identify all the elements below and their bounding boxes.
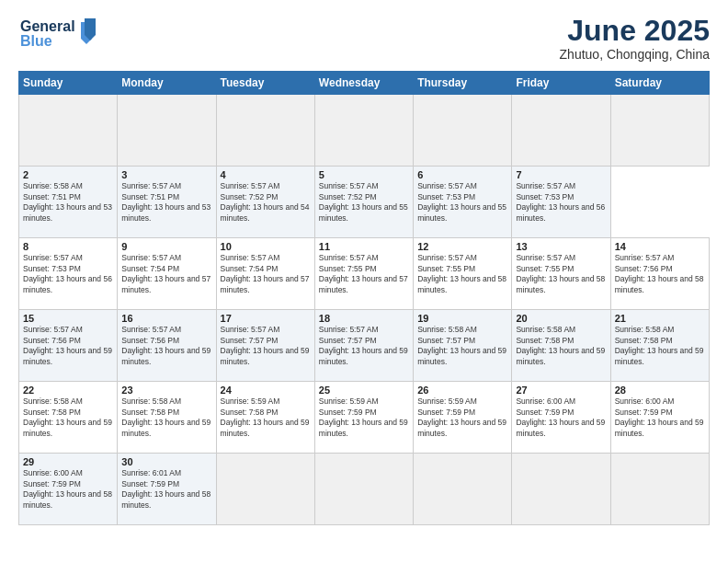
page: General Blue June 2025 Zhutuo, Chongqing… — [0, 0, 728, 563]
day-number: 4 — [221, 169, 311, 180]
day-info: Sunrise: 6:00 AMSunset: 7:59 PMDaylight:… — [516, 396, 605, 437]
day-info: Sunrise: 5:58 AMSunset: 7:58 PMDaylight:… — [121, 396, 210, 437]
calendar-cell: 28Sunrise: 6:00 AMSunset: 7:59 PMDayligh… — [610, 382, 709, 454]
table-row: 29Sunrise: 6:00 AMSunset: 7:59 PMDayligh… — [19, 454, 710, 525]
calendar-cell: 10Sunrise: 5:57 AMSunset: 7:54 PMDayligh… — [216, 238, 314, 310]
day-info: Sunrise: 5:59 AMSunset: 7:59 PMDaylight:… — [319, 396, 408, 437]
calendar-cell — [19, 95, 118, 167]
day-info: Sunrise: 5:58 AMSunset: 7:58 PMDaylight:… — [615, 325, 704, 365]
calendar-cell — [610, 454, 709, 525]
logo: General Blue — [18, 15, 101, 59]
day-info: Sunrise: 5:57 AMSunset: 7:57 PMDaylight:… — [221, 325, 310, 365]
day-info: Sunrise: 6:01 AMSunset: 7:59 PMDaylight:… — [121, 468, 210, 509]
calendar-cell: 16Sunrise: 5:57 AMSunset: 7:56 PMDayligh… — [118, 310, 216, 382]
svg-text:Blue: Blue — [20, 33, 52, 49]
calendar-cell — [314, 454, 413, 525]
table-row: 15Sunrise: 5:57 AMSunset: 7:56 PMDayligh… — [19, 310, 710, 382]
calendar-cell — [216, 454, 314, 525]
day-number: 24 — [221, 385, 311, 396]
col-saturday: Saturday — [610, 72, 709, 95]
calendar-cell: 2Sunrise: 5:58 AMSunset: 7:51 PMDaylight… — [19, 167, 118, 238]
day-info: Sunrise: 6:00 AMSunset: 7:59 PMDaylight:… — [615, 396, 704, 437]
day-info: Sunrise: 5:58 AMSunset: 7:57 PMDaylight:… — [417, 325, 506, 365]
day-info: Sunrise: 5:57 AMSunset: 7:55 PMDaylight:… — [516, 253, 605, 293]
svg-text:General: General — [20, 18, 75, 34]
day-info: Sunrise: 5:57 AMSunset: 7:53 PMDaylight:… — [516, 181, 605, 222]
col-tuesday: Tuesday — [216, 72, 314, 95]
calendar-cell: 23Sunrise: 5:58 AMSunset: 7:58 PMDayligh… — [118, 382, 216, 454]
day-number: 10 — [221, 241, 311, 252]
day-info: Sunrise: 5:59 AMSunset: 7:58 PMDaylight:… — [221, 396, 310, 437]
day-number: 23 — [121, 385, 211, 396]
calendar-cell — [414, 95, 512, 167]
calendar-cell: 11Sunrise: 5:57 AMSunset: 7:55 PMDayligh… — [314, 238, 413, 310]
day-number: 25 — [319, 385, 409, 396]
calendar-cell: 27Sunrise: 6:00 AMSunset: 7:59 PMDayligh… — [512, 382, 610, 454]
day-info: Sunrise: 5:58 AMSunset: 7:51 PMDaylight:… — [23, 181, 112, 222]
calendar-cell: 24Sunrise: 5:59 AMSunset: 7:58 PMDayligh… — [216, 382, 314, 454]
calendar-cell: 7Sunrise: 5:57 AMSunset: 7:53 PMDaylight… — [512, 167, 610, 238]
day-number: 5 — [319, 169, 409, 180]
table-row: 2Sunrise: 5:58 AMSunset: 7:51 PMDaylight… — [19, 167, 710, 238]
day-info: Sunrise: 5:59 AMSunset: 7:59 PMDaylight:… — [417, 396, 506, 437]
calendar-cell — [216, 95, 314, 167]
day-number: 20 — [516, 313, 606, 324]
day-number: 7 — [516, 169, 606, 180]
col-friday: Friday — [512, 72, 610, 95]
day-info: Sunrise: 6:00 AMSunset: 7:59 PMDaylight:… — [23, 468, 112, 509]
calendar-table: Sunday Monday Tuesday Wednesday Thursday… — [18, 71, 710, 525]
calendar-cell: 4Sunrise: 5:57 AMSunset: 7:52 PMDaylight… — [216, 167, 314, 238]
calendar-cell: 15Sunrise: 5:57 AMSunset: 7:56 PMDayligh… — [19, 310, 118, 382]
day-info: Sunrise: 5:57 AMSunset: 7:57 PMDaylight:… — [319, 325, 408, 365]
day-info: Sunrise: 5:57 AMSunset: 7:54 PMDaylight:… — [121, 253, 210, 293]
day-number: 12 — [417, 241, 507, 252]
day-number: 29 — [23, 456, 113, 467]
calendar-cell: 30Sunrise: 6:01 AMSunset: 7:59 PMDayligh… — [118, 454, 216, 525]
calendar-cell — [314, 95, 413, 167]
calendar-cell: 3Sunrise: 5:57 AMSunset: 7:51 PMDaylight… — [118, 167, 216, 238]
calendar-title: June 2025 — [560, 15, 710, 47]
table-row — [19, 95, 710, 167]
day-info: Sunrise: 5:57 AMSunset: 7:56 PMDaylight:… — [23, 325, 112, 365]
day-number: 2 — [23, 169, 113, 180]
table-row: 8Sunrise: 5:57 AMSunset: 7:53 PMDaylight… — [19, 238, 710, 310]
calendar-cell: 5Sunrise: 5:57 AMSunset: 7:52 PMDaylight… — [314, 167, 413, 238]
calendar-cell: 14Sunrise: 5:57 AMSunset: 7:56 PMDayligh… — [610, 238, 709, 310]
table-row: 22Sunrise: 5:58 AMSunset: 7:58 PMDayligh… — [19, 382, 710, 454]
day-number: 13 — [516, 241, 606, 252]
day-number: 9 — [121, 241, 211, 252]
calendar-cell — [414, 454, 512, 525]
calendar-cell: 21Sunrise: 5:58 AMSunset: 7:58 PMDayligh… — [610, 310, 709, 382]
col-sunday: Sunday — [19, 72, 118, 95]
day-number: 8 — [23, 241, 113, 252]
day-info: Sunrise: 5:57 AMSunset: 7:55 PMDaylight:… — [319, 253, 408, 293]
day-number: 18 — [319, 313, 409, 324]
header-row: Sunday Monday Tuesday Wednesday Thursday… — [19, 72, 710, 95]
day-info: Sunrise: 5:57 AMSunset: 7:55 PMDaylight:… — [417, 253, 506, 293]
day-info: Sunrise: 5:57 AMSunset: 7:52 PMDaylight:… — [221, 181, 310, 222]
calendar-cell: 17Sunrise: 5:57 AMSunset: 7:57 PMDayligh… — [216, 310, 314, 382]
day-number: 27 — [516, 385, 606, 396]
day-info: Sunrise: 5:58 AMSunset: 7:58 PMDaylight:… — [516, 325, 605, 365]
calendar-cell: 29Sunrise: 6:00 AMSunset: 7:59 PMDayligh… — [19, 454, 118, 525]
day-number: 17 — [221, 313, 311, 324]
calendar-cell: 13Sunrise: 5:57 AMSunset: 7:55 PMDayligh… — [512, 238, 610, 310]
day-info: Sunrise: 5:57 AMSunset: 7:54 PMDaylight:… — [221, 253, 310, 293]
calendar-cell: 6Sunrise: 5:57 AMSunset: 7:53 PMDaylight… — [414, 167, 512, 238]
calendar-cell: 25Sunrise: 5:59 AMSunset: 7:59 PMDayligh… — [314, 382, 413, 454]
day-number: 26 — [417, 385, 507, 396]
day-number: 30 — [121, 456, 211, 467]
day-number: 6 — [417, 169, 507, 180]
day-info: Sunrise: 5:57 AMSunset: 7:56 PMDaylight:… — [615, 253, 704, 293]
title-block: June 2025 Zhutuo, Chongqing, China — [560, 15, 710, 62]
day-info: Sunrise: 5:57 AMSunset: 7:56 PMDaylight:… — [121, 325, 210, 365]
calendar-cell — [512, 454, 610, 525]
calendar-cell: 19Sunrise: 5:58 AMSunset: 7:57 PMDayligh… — [414, 310, 512, 382]
day-number: 28 — [615, 385, 705, 396]
calendar-cell: 9Sunrise: 5:57 AMSunset: 7:54 PMDaylight… — [118, 238, 216, 310]
col-thursday: Thursday — [414, 72, 512, 95]
day-number: 14 — [615, 241, 705, 252]
day-number: 15 — [23, 313, 113, 324]
day-number: 22 — [23, 385, 113, 396]
calendar-cell — [512, 95, 610, 167]
